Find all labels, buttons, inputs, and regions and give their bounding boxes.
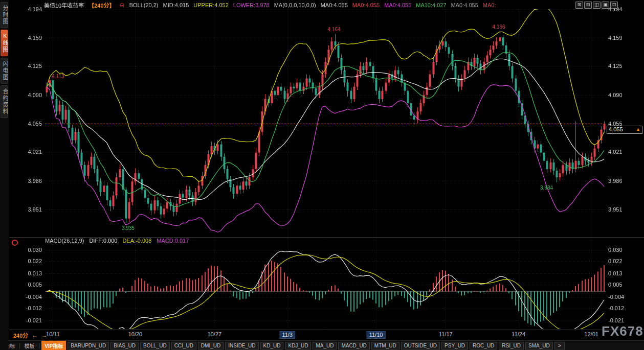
- macd-tick-left-1: 0.030: [15, 247, 42, 253]
- date-label-7: 11/24: [512, 331, 525, 338]
- price-tick-left-1: 4.194: [15, 6, 42, 12]
- date-label-4: 11/3: [279, 331, 295, 339]
- watermark: FX678: [602, 323, 643, 339]
- macd-tick-right-4: 0.005: [608, 282, 640, 288]
- macd-tick-right-2: 0.022: [608, 258, 640, 264]
- indicator-button-cci_ud[interactable]: CCI_UD: [171, 342, 196, 349]
- scroll-right-icon[interactable]: →: [41, 332, 48, 339]
- indicator-button-mtm_ud[interactable]: MTM_UD: [371, 342, 399, 349]
- macd-tick-right-1: 0.030: [608, 247, 640, 253]
- date-label-5: 11/10: [367, 331, 386, 339]
- indicator-button-rsi_ud[interactable]: RSI_UD: [499, 342, 524, 349]
- date-label-3: 10/27: [208, 331, 222, 338]
- indicator-readout-1: BOLL(20,2): [129, 2, 159, 8]
- sidebar-tab-4[interactable]: 合约资料: [1, 85, 8, 118]
- indicator-readout-6: MA0:4.055: [321, 2, 348, 8]
- price-up-arrow-icon: ▲: [636, 126, 640, 133]
- toolbar-separator-2: |: [39, 343, 40, 348]
- price-tick-left-4: 4.090: [15, 92, 42, 98]
- indicator-button-dmi_ud[interactable]: DMI_UD: [198, 342, 224, 349]
- chart-region: 4.1944.1944.1594.1594.1254.1254.0904.090…: [0, 0, 644, 350]
- price-tick-left-6: 4.021: [15, 149, 42, 155]
- indicator-readout-7: MA0:4.055: [352, 2, 380, 8]
- left-sidebar: 分时图K线图闪电图合约资料: [0, 0, 9, 350]
- layout-icon-4[interactable]: ▣: [602, 2, 609, 9]
- layout-icon-5[interactable]: ⊡: [610, 2, 618, 9]
- macd-tick-left-3: 0.013: [15, 270, 42, 276]
- period-label: 【240分】: [88, 1, 115, 9]
- macd-tick-right-7: -0.021: [608, 317, 640, 323]
- indicator-readouts: BOLL(20,2)MID:4.015UPPER:4.052LOWER:3.97…: [129, 2, 496, 8]
- price-tick-right-8: 3.951: [608, 206, 640, 213]
- indicator-button-outside_ud[interactable]: OUTSIDE_UD: [401, 342, 440, 349]
- price-tick-right-7: 3.986: [608, 178, 640, 184]
- price-tick-right-4: 4.090: [608, 92, 640, 98]
- chart-header: 美债10年收益率 【240分】 ⊖ BOLL(20,2)MID:4.015UPP…: [44, 1, 496, 9]
- macd-tick-left-5: -0.004: [15, 294, 42, 300]
- indicator-button-macd_ud[interactable]: MACD_UD: [338, 342, 369, 349]
- price-tick-right-3: 4.125: [608, 63, 640, 69]
- toolbar-tab-2[interactable]: 模板: [22, 341, 37, 350]
- indicator-button-kdj_ud[interactable]: KDJ_UD: [285, 342, 311, 349]
- bottom-toolbar: 指标|模板|VIP指标BARUPDN_UDBIAS_UDBOLL_UDCCI_U…: [0, 340, 644, 350]
- date-label-8: 12/01: [584, 331, 598, 338]
- sidebar-tab-2[interactable]: K线图: [1, 30, 8, 56]
- indicator-readout-9: MA10:4.027: [416, 2, 446, 8]
- price-tick-left-2: 4.159: [15, 35, 42, 41]
- indicator-readout-11: MA0:: [483, 2, 496, 8]
- last-price-value: 4.055: [609, 126, 623, 133]
- indicator-readout-5: MA(0,0,0,10,0,0): [274, 2, 316, 8]
- scroll-left-icon[interactable]: ←: [32, 332, 38, 339]
- last-price-tag: 4.055 ▲: [607, 126, 642, 134]
- layout-icon-1[interactable]: ⊞: [575, 2, 583, 9]
- macd-tick-left-6: -0.012: [15, 305, 42, 311]
- indicator-readout-10: MA0:4.055: [451, 2, 478, 8]
- macd-tick-left-2: 0.022: [15, 258, 42, 264]
- macd-title: MACD(26,12,9): [45, 238, 84, 244]
- price-tick-right-2: 4.159: [608, 35, 640, 41]
- macd-header: MACD(26,12,9) DIFF:0.000 DEA:-0.008 MACD…: [45, 238, 189, 244]
- indicator-readout-2: MID:4.015: [163, 2, 189, 8]
- indicator-button-kd_ud[interactable]: KD_UD: [260, 342, 284, 349]
- indicator-button-barupdn_ud[interactable]: BARUPDN_UD: [68, 342, 109, 349]
- toolbar-separator-1: |: [19, 343, 20, 348]
- indicator-button-inside_ud[interactable]: INSIDE_UD: [225, 342, 258, 349]
- footer-period-control: 240分 ← →: [13, 331, 48, 339]
- price-tick-left-8: 3.951: [15, 206, 42, 213]
- layout-icon-2[interactable]: ⊟: [584, 2, 592, 9]
- indicator-button-bias_ud[interactable]: BIAS_UD: [110, 342, 139, 349]
- macd-tick-left-7: -0.021: [15, 317, 42, 323]
- macd-macd-value: MACD:0.017: [157, 238, 189, 244]
- price-tick-left-5: 4.055: [15, 121, 42, 127]
- indicator-button-psy_ud[interactable]: PSY_UD: [441, 342, 468, 349]
- vip-indicator-button[interactable]: VIP指标: [41, 341, 66, 350]
- macd-tick-right-5: -0.004: [608, 294, 640, 300]
- macd-dea-value: DEA:-0.008: [122, 238, 151, 244]
- collapse-chart-icon[interactable]: ⊖: [120, 2, 125, 8]
- indicator-readout-3: UPPER:4.052: [193, 2, 228, 8]
- macd-diff-value: DIFF:0.000: [89, 238, 117, 244]
- trading-terminal: 分时图K线图闪电图合约资料 美债10年收益率 【240分】 ⊖ BOLL(20,…: [0, 0, 644, 350]
- date-label-1: 10/11: [46, 331, 60, 338]
- date-label-6: 11/17: [439, 331, 453, 338]
- indicator-button-roc_ud[interactable]: ROC_UD: [470, 342, 497, 349]
- window-layout-icons: ⊞⊟◫▣⊡: [575, 2, 618, 9]
- indicator-readout-4: LOWER:3.978: [233, 2, 270, 8]
- indicator-button-sma_ud[interactable]: SMA_UD: [525, 342, 553, 349]
- sidebar-tab-3[interactable]: 闪电图: [1, 58, 8, 84]
- sidebar-tab-1[interactable]: 分时图: [1, 2, 8, 28]
- toolbar-more-button[interactable]: >: [554, 342, 565, 349]
- date-label-2: 10/20: [128, 331, 143, 338]
- candlestick-macd-chart-canvas[interactable]: [9, 9, 644, 330]
- price-tick-left-7: 3.986: [15, 178, 42, 184]
- indicator-readout-8: MA0:4.055: [384, 2, 411, 8]
- macd-tick-right-3: 0.013: [608, 270, 640, 276]
- macd-tick-right-6: -0.012: [608, 305, 640, 311]
- indicator-button-ma_ud[interactable]: MA_UD: [313, 342, 337, 349]
- price-tick-left-3: 4.125: [15, 63, 42, 69]
- indicator-pane-icon[interactable]: [12, 240, 18, 246]
- indicator-button-boll_ud[interactable]: BOLL_UD: [140, 342, 170, 349]
- layout-icon-3[interactable]: ◫: [593, 2, 601, 9]
- macd-tick-left-4: 0.005: [15, 282, 42, 288]
- symbol-title: 美债10年收益率: [44, 1, 84, 9]
